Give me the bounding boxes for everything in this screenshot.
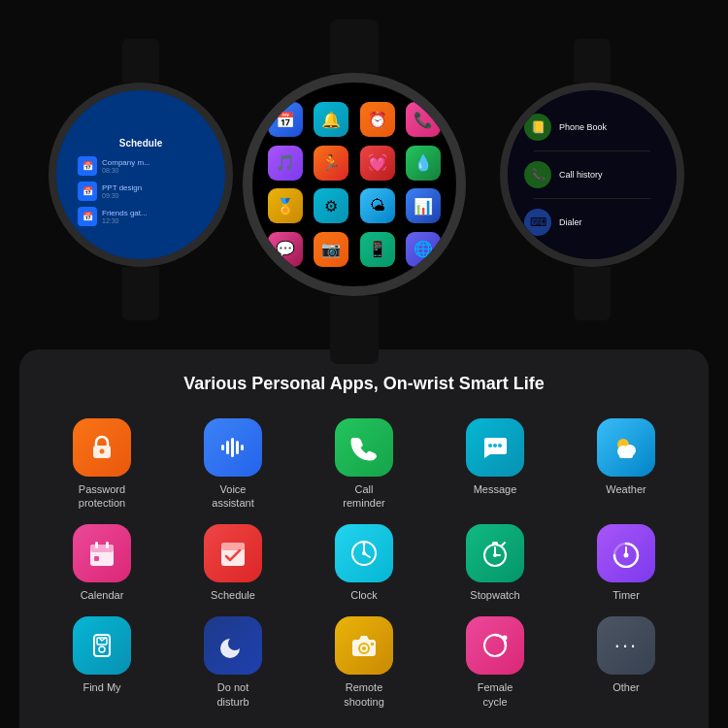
cycle-icon: [480, 631, 510, 660]
app-clock[interactable]: Clock: [301, 524, 427, 602]
app-voice-assistant[interactable]: Voiceassistant: [170, 418, 296, 511]
app-icon-clock: [335, 524, 393, 582]
app-schedule[interactable]: Schedule: [170, 524, 296, 602]
apps-grid: Passwordprotection Voiceassistant: [39, 418, 689, 709]
app-icon-password: [73, 418, 131, 477]
app-calendar[interactable]: Calendar: [39, 524, 165, 602]
schedule-icon: [218, 539, 248, 568]
svg-point-25: [363, 543, 366, 546]
app-label-female: Femalecycle: [478, 680, 513, 709]
right-watch: 📒 Phone Book 📞 Call history ⌨ Dialer: [500, 39, 684, 320]
right-watch-face: 📒 Phone Book 📞 Call history ⌨ Dialer: [500, 83, 684, 267]
app-icon-calendar: [73, 524, 131, 582]
center-app-4: 📞: [406, 102, 441, 137]
center-watch-face: 📅 🔔 ⏰ 📞 🎵 🏃 💓 💧 🏅 ⚙ 🌤 📊 💬 📷 📱 🌐: [243, 73, 466, 296]
dialer-item: ⌨ Dialer: [524, 209, 660, 236]
app-icon-voice: [204, 418, 262, 477]
app-other[interactable]: ··· Other: [563, 616, 689, 709]
svg-line-31: [502, 543, 505, 546]
app-timer[interactable]: Timer: [563, 524, 689, 602]
stopwatch-icon: [480, 539, 510, 568]
app-label-findmy: Find My: [83, 680, 120, 694]
app-label-calendar: Calendar: [81, 588, 124, 602]
moon-icon: [218, 631, 248, 660]
app-label-clock: Clock: [350, 588, 378, 602]
timer-icon: [612, 539, 641, 568]
svg-rect-13: [619, 453, 633, 458]
svg-rect-17: [106, 542, 109, 548]
other-dots: ···: [614, 633, 638, 658]
left-band-top: [122, 39, 159, 83]
right-band-top: [574, 39, 611, 83]
app-icon-call: [335, 418, 393, 477]
svg-rect-30: [492, 542, 498, 545]
phone-book-item: 📒 Phone Book: [524, 114, 660, 141]
left-watch-face: Schedule 📅 Company m... 08:30 📅 PPT desi…: [49, 83, 233, 267]
apps-section-title: Various Personal Apps, On-wrist Smart Li…: [39, 374, 689, 394]
app-label-stopwatch: Stopwatch: [470, 588, 519, 602]
app-label-schedule: Schedule: [211, 588, 255, 602]
svg-point-39: [362, 646, 366, 650]
app-icon-remote: [335, 616, 393, 675]
center-band-top: [330, 19, 379, 73]
svg-rect-3: [226, 441, 229, 454]
app-label-remote: Remoteshooting: [344, 680, 384, 709]
app-label-other: Other: [612, 680, 640, 694]
app-icon-stopwatch: [466, 524, 524, 582]
schedule-item-1: 📅 Company m... 08:30: [78, 156, 204, 176]
app-do-not-disturb[interactable]: Do notdisturb: [170, 616, 296, 709]
app-password-protection[interactable]: Passwordprotection: [39, 418, 165, 511]
center-app-13: 💬: [268, 232, 303, 267]
center-app-2: 🔔: [314, 102, 348, 137]
svg-rect-15: [90, 545, 114, 552]
left-watch: Schedule 📅 Company m... 08:30 📅 PPT desi…: [49, 39, 233, 320]
center-app-11: 🌤: [360, 188, 395, 223]
schedule-title: Schedule: [119, 138, 162, 149]
app-message[interactable]: Message: [432, 418, 558, 511]
app-call-reminder[interactable]: Callreminder: [301, 418, 427, 511]
svg-point-9: [498, 444, 502, 447]
center-app-6: 🏃: [314, 146, 348, 181]
app-label-password: Passwordprotection: [79, 482, 125, 511]
app-stopwatch[interactable]: Stopwatch: [432, 524, 558, 602]
svg-rect-4: [231, 438, 234, 457]
app-female-cycle[interactable]: Femalecycle: [432, 616, 558, 709]
app-icon-schedule: [204, 524, 262, 582]
svg-rect-6: [241, 445, 244, 450]
app-icon-dnd: [204, 616, 262, 675]
app-icon-message: [466, 418, 524, 477]
camera-icon: [349, 631, 379, 660]
app-label-call: Callreminder: [343, 482, 384, 511]
center-app-7: 💓: [360, 146, 395, 181]
center-app-10: ⚙: [314, 188, 348, 223]
svg-rect-18: [94, 556, 99, 561]
svg-point-8: [493, 444, 497, 447]
app-remote-shooting[interactable]: Remoteshooting: [301, 616, 427, 709]
lock-icon: [87, 433, 116, 462]
svg-point-36: [99, 646, 105, 652]
app-find-my[interactable]: Find My: [39, 616, 165, 709]
center-band-bottom: [330, 296, 379, 364]
svg-point-1: [100, 448, 105, 453]
app-icon-weather: [597, 418, 655, 477]
app-label-timer: Timer: [612, 588, 640, 602]
call-history-item: 📞 Call history: [524, 161, 660, 188]
svg-rect-20: [221, 543, 245, 550]
app-icon-timer: [597, 524, 655, 582]
app-icon-other: ···: [597, 616, 655, 675]
app-weather[interactable]: Weather: [563, 418, 689, 511]
app-label-voice: Voiceassistant: [212, 482, 253, 511]
center-app-16: 🌐: [406, 232, 441, 267]
center-app-1: 📅: [268, 102, 303, 137]
right-band-bottom: [574, 267, 611, 320]
schedule-item-2: 📅 PPT design 09:30: [78, 182, 204, 201]
apps-card: Various Personal Apps, On-wrist Smart Li…: [19, 349, 709, 728]
svg-rect-5: [236, 441, 239, 454]
app-label-weather: Weather: [606, 482, 645, 496]
svg-rect-16: [95, 542, 98, 548]
center-watch: 📅 🔔 ⏰ 📞 🎵 🏃 💓 💧 🏅 ⚙ 🌤 📊 💬 📷 📱 🌐: [243, 19, 466, 364]
findmy-icon: [87, 631, 116, 660]
phone-icon: [349, 433, 379, 462]
center-app-15: 📱: [360, 232, 395, 267]
clock-icon: [349, 539, 379, 568]
